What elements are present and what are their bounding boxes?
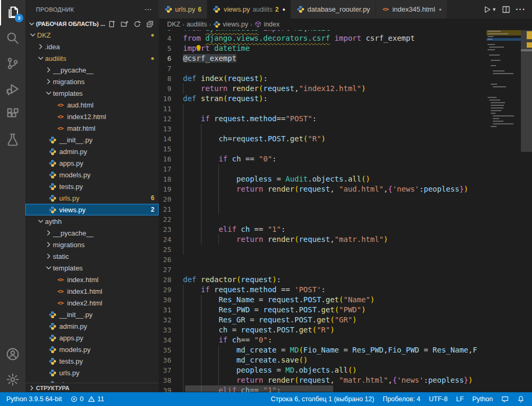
status-indentation[interactable]: Пробелов: 4 — [379, 392, 425, 406]
dirty-indicator-icon[interactable]: ● — [282, 7, 285, 12]
tree-item-urls.py[interactable]: urls.py6 — [25, 192, 159, 204]
workspace-section-header[interactable]: (РАБОЧАЯ ОБЛАСТЬ) ... — [25, 19, 159, 29]
tree-item-label: index1.html — [67, 287, 102, 295]
tree-item-aythh[interactable]: aythh — [25, 215, 159, 227]
tab-database_roouter.py[interactable]: database_roouter.py — [291, 0, 376, 19]
tree-item-DKZ[interactable]: DKZ● — [25, 29, 159, 41]
tab-index345.html[interactable]: <>index345.html● — [376, 0, 447, 19]
tree-item-views.py[interactable]: views.py — [25, 378, 159, 383]
tree-item-.idea[interactable]: .idea — [25, 41, 159, 52]
status-encoding[interactable]: UTF-8 — [425, 392, 452, 406]
minimap[interactable] — [487, 30, 521, 392]
explorer-more-icon[interactable]: ··· — [145, 6, 152, 13]
code-editor[interactable]: 3from aythh.models import MD,Audit4from … — [159, 30, 487, 392]
activity-explorer-icon[interactable]: 3 — [0, 0, 25, 25]
tree-item-label: models.py — [59, 346, 90, 354]
status-feedback[interactable] — [497, 392, 513, 406]
tree-item-index2.html[interactable]: <>index2.html — [25, 297, 159, 309]
tree-item-admin.py[interactable]: admin.py — [25, 320, 159, 332]
tree-item-apps.py[interactable]: apps.py — [25, 332, 159, 344]
breadcrumb-item-DKZ[interactable]: DKZ — [167, 21, 180, 28]
tree-item-tests.py[interactable]: tests.py — [25, 181, 159, 192]
overview-ruler[interactable] — [521, 30, 532, 392]
tree-item-__pycache__[interactable]: __pycache__ — [25, 64, 159, 76]
editor-more-actions-button[interactable]: ··· — [516, 5, 526, 14]
tree-item-migrations[interactable]: migrations — [25, 76, 159, 87]
breadcrumb-label: DKZ — [167, 21, 180, 28]
code-line-20: 20 — [159, 194, 487, 204]
tab-urls.py[interactable]: urls.py6 — [159, 0, 207, 19]
refresh-icon[interactable] — [132, 19, 142, 29]
tree-item-__init__.py[interactable]: __init__.py — [25, 309, 159, 320]
activity-settings-icon[interactable] — [0, 367, 25, 392]
breadcrumb-item-index[interactable]: index — [254, 21, 280, 28]
tree-item-migrations[interactable]: migrations — [25, 239, 159, 250]
tab-views.py[interactable]: views.pyaudiiits2● — [207, 0, 291, 19]
tree-item-tests.py[interactable]: tests.py — [25, 355, 159, 367]
activity-bar: 3 — [0, 0, 25, 392]
code-line-26: 26 — [159, 255, 487, 265]
minimap-line — [489, 55, 500, 56]
status-problems[interactable]: 011 — [66, 392, 108, 406]
tree-item-models.py[interactable]: models.py — [25, 344, 159, 355]
breadcrumb-item-audiiits[interactable]: audiiits — [187, 21, 207, 28]
activity-source-control-icon[interactable] — [0, 51, 25, 76]
explorer-sidebar: ПРОВОДНИК ··· (РАБОЧАЯ ОБЛАСТЬ) ... DKZ●… — [25, 0, 159, 392]
tree-item-label: models.py — [59, 171, 90, 179]
status-python-version[interactable]: Python 3.9.5 64-bit — [2, 392, 66, 406]
activity-search-icon[interactable] — [0, 25, 25, 51]
status-language-mode[interactable]: Python — [468, 392, 497, 406]
tree-item-audiiits[interactable]: audiiits● — [25, 52, 159, 64]
tree-item-__pycache__[interactable]: __pycache__ — [25, 227, 159, 239]
tree-item-__init__.py[interactable]: __init__.py — [25, 134, 159, 146]
minimap-line — [488, 44, 495, 45]
problems-badge: 2 — [151, 206, 154, 213]
activity-extensions-icon[interactable] — [0, 102, 25, 127]
new-folder-icon[interactable] — [120, 19, 129, 29]
status-eol[interactable]: LF — [452, 392, 468, 406]
tree-item-urls.py[interactable]: urls.py — [25, 367, 159, 378]
tree-item-static[interactable]: static — [25, 250, 159, 262]
line-content — [183, 245, 201, 255]
error-icon — [70, 395, 78, 403]
breadcrumb: DKZ›audiiits›views.py›index — [159, 19, 532, 30]
horizontal-scrollbar[interactable] — [185, 385, 333, 392]
tree-item-aud.html[interactable]: <>aud.html — [25, 99, 159, 111]
code-line-10: 10def stran(request): — [159, 94, 487, 104]
lightbulb-icon[interactable] — [195, 44, 203, 52]
line-number: 9 — [159, 84, 183, 94]
collapse-all-icon[interactable] — [145, 19, 154, 29]
tree-item-templates[interactable]: templates — [25, 87, 159, 99]
tree-item-label: audiiits — [45, 55, 66, 62]
run-button[interactable]: ▼ — [483, 5, 497, 14]
outline-section-header[interactable]: СТРУКТУРА — [25, 383, 159, 392]
activity-run-debug-icon[interactable] — [0, 76, 25, 102]
breadcrumb-separator: › — [250, 21, 252, 28]
tree-item-index.html[interactable]: <>index.html — [25, 274, 159, 285]
scrollbar-slider[interactable] — [521, 30, 532, 152]
workspace-section-label: (РАБОЧАЯ ОБЛАСТЬ) ... — [36, 21, 105, 27]
tree-item-matr.html[interactable]: <>matr.html — [25, 122, 159, 134]
line-content: return render(request,"index12.html") — [183, 84, 366, 94]
tree-item-apps.py[interactable]: apps.py — [25, 157, 159, 169]
split-editor-button[interactable] — [502, 5, 510, 14]
tree-item-index12.html[interactable]: <>index12.html — [25, 111, 159, 122]
tree-item-templates[interactable]: templates — [25, 262, 159, 274]
dirty-indicator-icon[interactable]: ● — [439, 7, 442, 12]
activity-account-icon[interactable] — [0, 341, 25, 367]
status-cursor-position[interactable]: Строка 6, столбец 1 (выбрано 12) — [267, 392, 379, 406]
tree-item-index1.html[interactable]: <>index1.html — [25, 285, 159, 297]
warning-icon — [88, 395, 95, 403]
tree-item-views.py[interactable]: views.py2 — [25, 204, 159, 215]
minimap-line — [488, 49, 495, 50]
chevron-right-icon — [27, 384, 36, 392]
code-line-17: 17 — [159, 164, 487, 174]
status-notifications[interactable] — [513, 392, 529, 406]
breadcrumb-item-views.py[interactable]: views.py — [213, 21, 248, 28]
new-file-icon[interactable] — [107, 19, 116, 29]
activity-testing-icon[interactable] — [0, 127, 25, 152]
tree-item-models.py[interactable]: models.py — [25, 169, 159, 181]
python-file-icon — [48, 205, 57, 214]
tree-item-admin.py[interactable]: admin.py — [25, 146, 159, 157]
bell-icon — [517, 395, 525, 403]
